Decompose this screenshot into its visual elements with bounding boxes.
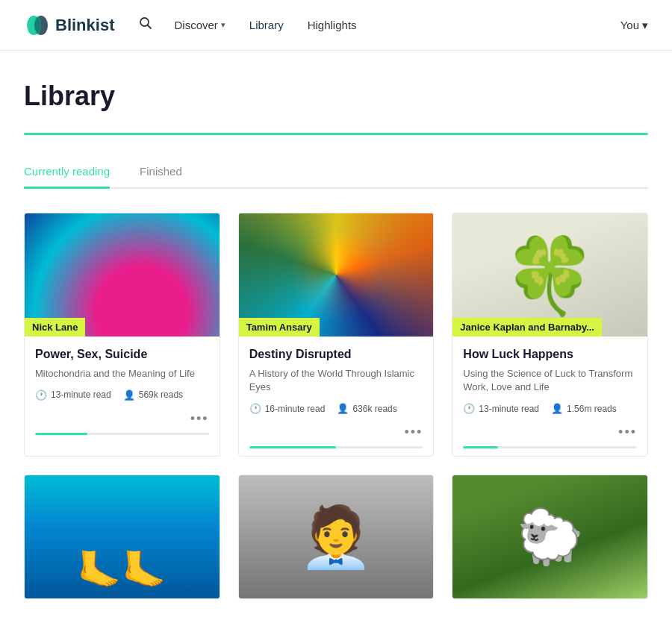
navbar: Blinkist Discover ▾ Library Highlights Y…: [0, 0, 672, 51]
person-icon: 🧑‍💼: [299, 502, 373, 572]
book-info: Power, Sex, Suicide Mitochondria and the…: [25, 337, 220, 442]
book-meta: 🕐 16-minute read 👤 636k reads: [249, 403, 423, 414]
more-options-button[interactable]: •••: [190, 411, 209, 427]
book-card: 🦶🦶: [24, 475, 220, 599]
progress-bar: [35, 433, 209, 435]
clover-icon: 🍀: [503, 238, 597, 313]
progress-bar: [249, 446, 423, 448]
book-cover: Nick Lane: [25, 213, 220, 337]
book-grid: Nick Lane Power, Sex, Suicide Mitochondr…: [24, 213, 648, 599]
more-options-button[interactable]: •••: [404, 425, 423, 440]
more-options-button[interactable]: •••: [618, 425, 637, 440]
book-title: Power, Sex, Suicide: [35, 347, 209, 363]
book-card: Tamim Ansary Destiny Disrupted A History…: [238, 213, 435, 457]
author-badge: Tamim Ansary: [239, 318, 320, 337]
progress-fill: [249, 446, 336, 448]
author-badge: Nick Lane: [25, 318, 85, 337]
nav-library[interactable]: Library: [249, 19, 284, 31]
book-cover: 🐑: [452, 475, 647, 598]
read-time: 🕐 13-minute read: [463, 403, 539, 414]
svg-line-4: [148, 25, 152, 29]
nav-highlights[interactable]: Highlights: [308, 19, 357, 31]
main-content: Library Currently reading Finished Nick …: [0, 51, 672, 629]
people-icon: 👤: [551, 403, 563, 414]
tabs: Currently reading Finished: [24, 156, 648, 189]
people-icon: 👤: [123, 389, 135, 401]
author-badge: Janice Kaplan and Barnaby...: [452, 318, 602, 337]
book-subtitle: Using the Science of Luck to Transform W…: [463, 367, 637, 394]
user-menu[interactable]: You ▾: [620, 19, 648, 32]
book-actions: •••: [35, 408, 209, 430]
progress-fill: [463, 446, 498, 448]
read-time: 🕐 16-minute read: [249, 403, 326, 414]
user-label: You: [620, 19, 639, 31]
page-title: Library: [24, 81, 648, 112]
feet-icon: 🦶🦶: [77, 549, 167, 598]
book-card: 🍀 Janice Kaplan and Barnaby... How Luck …: [452, 213, 648, 457]
clock-icon: 🕐: [35, 389, 47, 401]
clock-icon: 🕐: [463, 403, 475, 414]
book-meta: 🕐 13-minute read 👤 569k reads: [35, 389, 209, 401]
nav-discover[interactable]: Discover ▾: [174, 19, 225, 31]
book-title: Destiny Disrupted: [249, 347, 423, 363]
book-cover: 🍀 Janice Kaplan and Barnaby...: [452, 213, 647, 337]
book-cover: Tamim Ansary: [239, 213, 434, 337]
tab-finished[interactable]: Finished: [140, 156, 182, 189]
nav-links: Discover ▾ Library Highlights: [174, 19, 620, 31]
book-card: 🧑‍💼: [238, 475, 435, 599]
book-info: Destiny Disrupted A History of the World…: [239, 337, 434, 456]
book-subtitle: A History of the World Through Islamic E…: [249, 367, 423, 394]
book-card: Nick Lane Power, Sex, Suicide Mitochondr…: [24, 213, 220, 457]
user-chevron-icon: ▾: [642, 19, 648, 32]
book-actions: •••: [249, 422, 423, 443]
progress-bar: [463, 446, 637, 448]
reads-count: 👤 569k reads: [123, 389, 183, 401]
chevron-down-icon: ▾: [221, 20, 225, 30]
reads-count: 👤 1.56m reads: [551, 403, 617, 414]
book-cover: 🦶🦶: [25, 475, 220, 598]
sheep-icon: 🐑: [517, 505, 584, 569]
book-info: How Luck Happens Using the Science of Lu…: [452, 337, 647, 456]
reads-count: 👤 636k reads: [337, 403, 396, 414]
book-subtitle: Mitochondria and the Meaning of Life: [35, 367, 209, 381]
book-card: 🐑: [452, 475, 648, 599]
green-divider: [24, 133, 648, 135]
logo-text: Blinkist: [55, 16, 114, 35]
clock-icon: 🕐: [249, 403, 261, 414]
book-actions: •••: [463, 422, 637, 443]
people-icon: 👤: [337, 403, 349, 414]
read-time: 🕐 13-minute read: [35, 389, 111, 401]
svg-point-2: [34, 16, 41, 35]
book-cover: 🧑‍💼: [239, 475, 434, 598]
logo[interactable]: Blinkist: [24, 12, 114, 39]
search-icon[interactable]: [138, 16, 153, 34]
progress-fill: [35, 433, 87, 435]
tab-currently-reading[interactable]: Currently reading: [24, 156, 110, 189]
book-title: How Luck Happens: [463, 347, 637, 363]
book-meta: 🕐 13-minute read 👤 1.56m reads: [463, 403, 637, 414]
